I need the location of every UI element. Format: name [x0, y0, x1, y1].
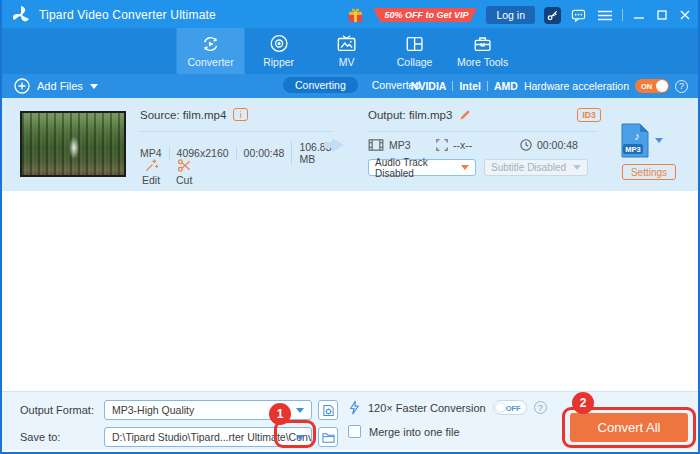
footer-bar: Output Format: MP3-High Quality Save to:…: [2, 391, 698, 450]
tab-more-tools[interactable]: More Tools: [449, 28, 517, 74]
tab-ripper-label: Ripper: [263, 56, 294, 68]
output-format-value: MP3-High Quality: [112, 404, 194, 416]
save-to-dropdown[interactable]: D:\Tipard Studio\Tipard...rter Ultimate\…: [104, 427, 312, 447]
hw-accel-label: Hardware acceleration: [524, 80, 629, 92]
output-filename: Output: film.mp3: [368, 109, 452, 121]
arrow-right-icon: [332, 138, 344, 152]
window-title: Tipard Video Converter Ultimate: [39, 8, 216, 22]
source-duration: 00:00:48: [236, 147, 292, 159]
gift-icon[interactable]: [347, 7, 364, 24]
merge-row[interactable]: Merge into one file: [348, 425, 460, 438]
rename-pencil-icon[interactable]: [459, 108, 472, 121]
source-panel: Source: film.mp4 i MP4 4096x2160 00:00:4…: [140, 98, 336, 191]
save-to-label: Save to:: [20, 431, 60, 443]
lightning-icon: [348, 400, 361, 415]
audio-track-dropdown[interactable]: Audio Track Disabled: [368, 159, 476, 176]
faster-conversion-label: 120× Faster Conversion: [368, 402, 486, 414]
tab-collage[interactable]: Collage: [381, 28, 449, 74]
titlebar-actions: 50% OFF to Get VIP Log in: [347, 0, 692, 30]
converter-icon: [200, 33, 222, 54]
minimize-icon[interactable]: [632, 8, 646, 22]
source-meta: MP4 4096x2160 00:00:48 106.83 MB: [140, 141, 339, 165]
nav-bar: Converter Ripper MV: [2, 28, 698, 74]
faster-conversion-toggle[interactable]: OFF: [493, 400, 527, 415]
toggle-on-label: ON: [641, 82, 652, 91]
info-icon[interactable]: i: [233, 108, 248, 121]
chevron-down-icon: [296, 408, 304, 413]
converting-tab[interactable]: Converting: [283, 77, 358, 93]
app-logo-icon: [11, 5, 31, 25]
divider: [368, 131, 596, 132]
folder-icon: [322, 431, 335, 444]
faster-conversion-row: 120× Faster Conversion OFF ?: [348, 400, 547, 415]
add-files-button[interactable]: Add Files: [14, 78, 98, 94]
add-files-label: Add Files: [37, 80, 83, 92]
scissors-icon: [177, 158, 192, 173]
edit-button[interactable]: Edit: [142, 158, 160, 186]
tab-converter-label: Converter: [188, 56, 234, 68]
hw-accel-toggle[interactable]: ON: [635, 79, 669, 93]
clock-icon: [520, 139, 532, 151]
separator: [452, 81, 453, 91]
merge-checkbox[interactable]: [348, 425, 361, 438]
settings-button[interactable]: Settings: [622, 164, 676, 180]
divider: [140, 131, 332, 132]
id3-edit-icon[interactable]: ID3: [577, 108, 601, 122]
mp3-file-label: MP3: [625, 145, 640, 154]
subtitle-dropdown[interactable]: Subtitle Disabled: [484, 159, 588, 176]
menu-icon[interactable]: [596, 7, 613, 24]
output-panel: Output: film.mp3 ID3 MP3 --: [368, 98, 596, 191]
intel-label: Intel: [459, 80, 481, 92]
file-list-area[interactable]: [2, 191, 698, 391]
output-format: MP3: [389, 139, 411, 151]
plus-circle-icon: [14, 78, 30, 94]
music-note-glyph: ♪: [634, 130, 640, 142]
amd-label: AMD: [494, 80, 518, 92]
edit-label: Edit: [142, 174, 160, 186]
login-button[interactable]: Log in: [486, 6, 535, 24]
app-window: Tipard Video Converter Ultimate 50% OFF …: [0, 0, 700, 454]
output-file-icon[interactable]: ♪ MP3: [620, 122, 650, 159]
title-bar: Tipard Video Converter Ultimate 50% OFF …: [2, 0, 698, 30]
format-settings-button[interactable]: [318, 400, 338, 420]
help-icon[interactable]: ?: [675, 80, 688, 93]
output-format-dropdown[interactable]: MP3-High Quality: [104, 400, 312, 420]
video-thumbnail[interactable]: [20, 111, 126, 177]
close-icon[interactable]: [678, 8, 692, 22]
file-row: Source: film.mp4 i MP4 4096x2160 00:00:4…: [2, 98, 698, 191]
tab-more-tools-label: More Tools: [457, 56, 508, 68]
magic-wand-icon: [144, 158, 159, 173]
merge-label: Merge into one file: [369, 426, 460, 438]
format-chevron-icon[interactable]: [655, 138, 663, 143]
help-icon[interactable]: ?: [534, 401, 547, 414]
tab-ripper[interactable]: Ripper: [245, 28, 313, 74]
cut-label: Cut: [176, 174, 192, 186]
queue-switch: Converting Converted: [283, 77, 420, 93]
chevron-down-icon: [573, 165, 581, 170]
open-folder-button[interactable]: [318, 427, 338, 447]
nvidia-label: NVIDIA: [411, 80, 447, 92]
tab-converter[interactable]: Converter: [177, 28, 245, 74]
resolution-icon: [436, 139, 448, 151]
convert-all-button[interactable]: Convert All: [570, 413, 688, 442]
source-filename: Source: film.mp4: [140, 109, 226, 121]
chevron-down-icon: [296, 435, 304, 440]
feedback-icon[interactable]: [570, 7, 587, 24]
register-key-icon[interactable]: [544, 7, 561, 24]
chevron-down-icon: [90, 84, 98, 89]
toggle-knob: [495, 402, 506, 413]
tab-mv[interactable]: MV: [313, 28, 381, 74]
cut-button[interactable]: Cut: [176, 158, 192, 186]
tab-collage-label: Collage: [397, 56, 433, 68]
ripper-icon: [268, 33, 289, 54]
collage-icon: [404, 33, 426, 54]
chevron-down-icon: [461, 165, 469, 170]
toggle-knob: [656, 80, 668, 92]
output-duration: 00:00:48: [537, 139, 578, 151]
subtitle-value: Subtitle Disabled: [491, 162, 566, 173]
promo-badge[interactable]: 50% OFF to Get VIP: [373, 8, 477, 22]
titlebar-separator: [622, 9, 623, 21]
output-resolution: --x--: [453, 139, 472, 151]
separator: [487, 81, 488, 91]
maximize-icon[interactable]: [655, 8, 669, 22]
